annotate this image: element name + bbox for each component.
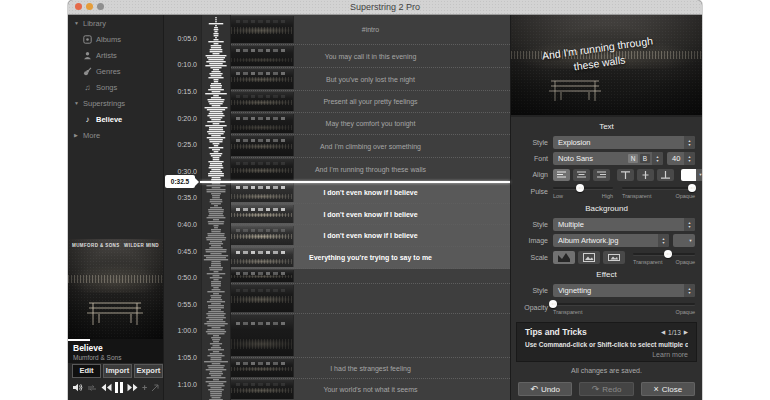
stepper-icon[interactable]: ▲▼	[684, 218, 695, 231]
lyric-clip[interactable]: You may call it in this evening	[231, 45, 510, 68]
slider-thumb[interactable]	[549, 300, 557, 308]
background-opacity-slider[interactable]: TransparentOpaque	[633, 250, 695, 265]
zoom-window-button	[97, 3, 104, 10]
lyric-clip[interactable]	[231, 314, 510, 358]
stepper-icon[interactable]: ▲▼	[684, 136, 695, 149]
scale-fill-button[interactable]	[553, 251, 575, 264]
sidebar-item-albums[interactable]: Albums	[68, 31, 163, 47]
stepper-icon[interactable]: ▲▼	[684, 152, 695, 165]
align-left-button[interactable]	[553, 169, 570, 181]
align-right-icon	[597, 171, 606, 179]
slider-thumb[interactable]	[688, 184, 696, 192]
sidebar-item-genres[interactable]: Genres	[68, 63, 163, 79]
close-button[interactable]: × Close	[641, 382, 695, 396]
lyric-clip[interactable]	[231, 284, 510, 314]
font-dropdown[interactable]: Noto Sans N B ▲▼	[553, 152, 663, 165]
sidebar-section-library[interactable]: ▼ Library	[68, 15, 163, 31]
effect-opacity-slider[interactable]: TransparentOpaque	[553, 300, 695, 315]
lyric-clip[interactable]: And I'm running through these walls	[231, 158, 510, 182]
undo-button[interactable]: ↶ Undo	[518, 382, 572, 396]
lyric-clip[interactable]: May they comfort you tonight	[231, 113, 510, 135]
tab-export[interactable]: Export	[134, 364, 163, 378]
clip-lyric-text: Everything you're trying to say to me	[231, 247, 510, 268]
sidebar-section-superstrings[interactable]: ▼ Superstrings	[68, 95, 163, 111]
loop-icon[interactable]	[87, 384, 97, 392]
background-style-dropdown[interactable]: Multiple ▲▼	[553, 218, 695, 231]
lyric-clip[interactable]: Everything you're trying to say to me	[231, 247, 510, 269]
valign-top-icon	[621, 171, 630, 179]
stepper-icon[interactable]: ▲▼	[652, 152, 663, 165]
valign-top-button[interactable]	[617, 169, 634, 181]
lyric-clip[interactable]: I don't even know if I believe	[231, 225, 510, 247]
effect-style-label: Style	[518, 287, 548, 294]
stepper-icon[interactable]: ▲▼	[684, 284, 695, 297]
tips-prev-icon[interactable]: ◀	[661, 329, 665, 335]
align-center-button[interactable]	[573, 169, 590, 181]
title-bar[interactable]: Superstring 2 Pro	[68, 0, 702, 15]
lyric-clip[interactable]: I don't even know if I believe	[231, 182, 510, 204]
scale-stretch-icon	[608, 253, 620, 262]
sidebar-item-believe[interactable]: ♪ Believe	[68, 111, 163, 127]
text-opacity-slider[interactable]: TransparentOpaque	[622, 184, 695, 199]
waveform-column[interactable]	[201, 15, 230, 400]
slider-thumb[interactable]	[576, 184, 584, 192]
background-extra-dropdown[interactable]: ▼	[673, 234, 695, 247]
minimize-window-button[interactable]	[86, 3, 93, 10]
rewind-button[interactable]	[101, 383, 112, 392]
tips-next-icon[interactable]: ▶	[684, 329, 688, 335]
scale-stretch-button[interactable]	[603, 251, 625, 264]
time-tick-label: 0:10.0	[164, 52, 201, 79]
sidebar-section-more[interactable]: ▶ More	[68, 127, 163, 143]
tips-page-count: 1/13	[668, 329, 681, 336]
font-size-stepper[interactable]: 40 ▲▼	[667, 152, 695, 165]
align-right-button[interactable]	[593, 169, 610, 181]
pause-button[interactable]	[115, 382, 123, 393]
font-bold-button[interactable]: B	[640, 154, 650, 163]
playhead-time-tag[interactable]: 0:32.5	[165, 175, 195, 188]
text-style-dropdown[interactable]: Explosion ▲▼	[553, 136, 695, 149]
tab-edit[interactable]: Edit	[72, 364, 101, 378]
time-ruler[interactable]: 0:05.00:10.00:15.00:20.00:25.00:30.00:35…	[164, 15, 201, 400]
lyric-clip[interactable]: And I'm climbing over something	[231, 135, 510, 158]
redo-button[interactable]: ↷ Redo	[579, 382, 633, 396]
valign-middle-button[interactable]	[637, 169, 654, 181]
scale-fit-button[interactable]	[578, 251, 600, 264]
valign-bottom-button[interactable]	[657, 169, 674, 181]
lyric-clip[interactable]	[231, 269, 510, 284]
lyric-clip[interactable]: Your world's not what it seems	[231, 379, 510, 400]
video-preview[interactable]: And I'm running through these walls	[511, 15, 702, 117]
music-notes-icon: ♫	[83, 83, 92, 92]
lyric-clip[interactable]: Present all your pretty feelings	[231, 91, 510, 113]
lyric-clip[interactable]: #intro	[231, 15, 510, 45]
slider-thumb[interactable]	[664, 250, 672, 258]
sidebar-item-artists[interactable]: Artists	[68, 47, 163, 63]
lyric-clip[interactable]: I had the strangest feeling	[231, 358, 510, 379]
pulse-slider[interactable]: LowHigh	[553, 184, 613, 199]
add-clip-button[interactable]: +	[142, 383, 147, 393]
playback-progress-bar[interactable]	[68, 339, 90, 341]
time-tick-label: 1:00.0	[164, 318, 201, 345]
fast-forward-button[interactable]	[127, 383, 138, 392]
effect-style-dropdown[interactable]: Vignetting ▲▼	[553, 284, 695, 297]
guitar-icon	[83, 67, 92, 76]
text-color-picker[interactable]: ▼	[681, 169, 702, 181]
music-note-icon: ♪	[83, 115, 92, 124]
lyric-clip[interactable]: But you've only lost the night	[231, 68, 510, 91]
learn-more-link[interactable]: Learn more	[525, 351, 688, 358]
font-normal-button[interactable]: N	[628, 154, 638, 163]
playhead-line[interactable]	[200, 181, 510, 183]
tips-pager: ◀ 1/13 ▶	[661, 329, 688, 336]
now-playing-info: Believe Mumford & Sons	[68, 339, 163, 363]
clip-lyric-text	[231, 314, 510, 357]
follow-playhead-icon[interactable]	[151, 384, 159, 392]
background-image-dropdown[interactable]: Album Artwork.jpg ▲▼	[553, 234, 669, 247]
volume-icon[interactable]	[73, 383, 83, 392]
clip-lyric-text: Your world's not what it seems	[231, 379, 510, 400]
sidebar-item-songs[interactable]: ♫ Songs	[68, 79, 163, 95]
scale-label: Scale	[518, 254, 548, 261]
stepper-icon[interactable]: ▲▼	[658, 234, 669, 247]
tab-import[interactable]: Import	[103, 364, 132, 378]
close-window-button[interactable]	[75, 3, 82, 10]
chevron-down-icon: ▼	[686, 235, 695, 247]
lyric-clip[interactable]: I don't even know if I believe	[231, 204, 510, 225]
